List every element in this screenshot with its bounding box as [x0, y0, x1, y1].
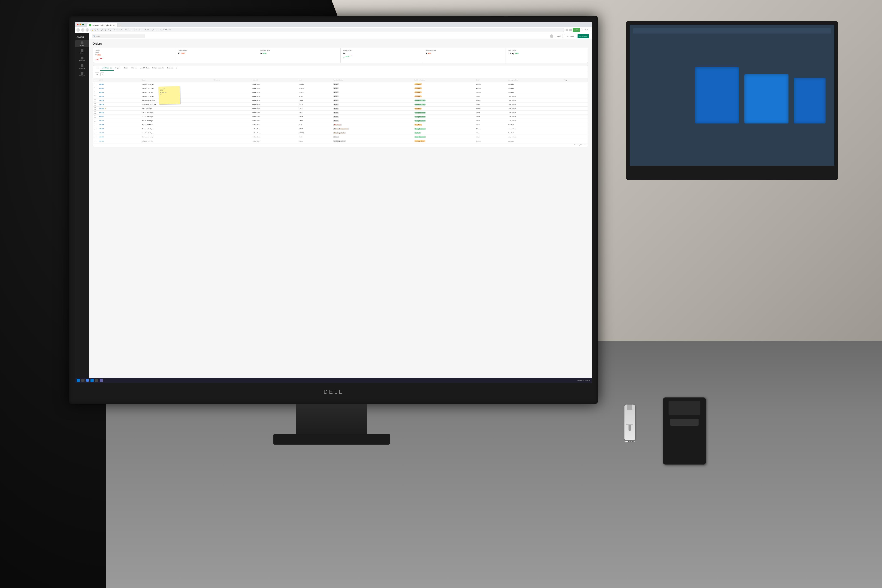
order-id-cell[interactable]: #26960	[98, 127, 140, 131]
order-link[interactable]: #30228	[99, 104, 104, 105]
order-id-cell[interactable]: #30253	[98, 99, 140, 102]
export-button[interactable]: Export	[555, 34, 563, 38]
taskbar-search-icon[interactable]	[81, 379, 84, 382]
table-row[interactable]: #26960 Dec 16 at 3:21 pm Online Store $7…	[93, 127, 588, 131]
close-button[interactable]	[77, 24, 78, 26]
taskbar-start-icon[interactable]	[77, 379, 80, 382]
order-id-cell[interactable]: #29436	[98, 111, 140, 115]
taskbar-chrome-icon[interactable]	[86, 379, 89, 382]
row-checkbox[interactable]	[94, 120, 96, 122]
select-all-checkbox[interactable]	[94, 79, 96, 81]
col-customer[interactable]: Customer	[212, 78, 251, 82]
tab-all[interactable]: All	[95, 66, 100, 70]
col-fulfillment[interactable]: Fulfillment status	[413, 78, 474, 82]
select-all-header[interactable]	[93, 78, 98, 82]
col-total[interactable]: Total	[297, 78, 332, 82]
tab-return-requests[interactable]: Return requests	[151, 66, 165, 70]
sidebar-item-shipping[interactable]: Shipping	[75, 63, 89, 70]
row-checkbox[interactable]	[94, 99, 96, 102]
stat-today-label[interactable]: Today ▾	[95, 50, 173, 51]
row-checkbox[interactable]	[94, 95, 96, 98]
table-row[interactable]: #30323 Today at 12:08 pm Online Store $1…	[93, 82, 588, 86]
more-actions-button[interactable]: More actions	[564, 34, 576, 38]
order-id-cell[interactable]: #23695	[98, 135, 140, 139]
filter-button[interactable]: ⊟	[95, 72, 99, 76]
order-id-cell[interactable]: #28295	[98, 123, 140, 127]
taskbar-mail-icon[interactable]	[95, 379, 98, 382]
tab-unfulfilled[interactable]: Unfulfilled ▾	[100, 66, 114, 70]
order-id-cell[interactable]: #29097	[98, 115, 140, 119]
order-id-cell[interactable]: #30228	[98, 102, 140, 106]
order-link[interactable]: #29097	[99, 116, 104, 117]
sidebar-item-orders[interactable]: Orders	[75, 48, 89, 55]
sidebar-item-analytics[interactable]: Analytics	[75, 71, 89, 78]
order-link[interactable]: #30323	[99, 84, 104, 85]
col-tags[interactable]: Tags	[563, 78, 588, 82]
order-link[interactable]: #26960	[99, 128, 104, 130]
tab-open[interactable]: Open	[122, 66, 130, 70]
table-row[interactable]: #28477 Jan 30 at 3:04 pm Online Store $4…	[93, 119, 588, 123]
update-button[interactable]: Update	[573, 28, 580, 32]
table-row[interactable]: #28295 Jan 24 at 9:51 am Online Store $0…	[93, 123, 588, 127]
forward-button[interactable]: ›	[81, 28, 84, 32]
refresh-button[interactable]: ↻	[86, 28, 89, 32]
row-checkbox[interactable]	[94, 104, 96, 105]
bookmark-icon[interactable]	[569, 28, 572, 32]
order-link[interactable]: #30199	[99, 108, 104, 110]
maximize-button[interactable]	[82, 24, 84, 26]
create-order-button[interactable]: Create order	[578, 34, 589, 38]
order-id-cell[interactable]: #22790	[98, 139, 140, 143]
sort-button[interactable]: ↕	[100, 72, 104, 76]
row-checkbox[interactable]	[94, 108, 96, 110]
row-checkbox[interactable]	[94, 116, 96, 118]
order-link[interactable]: #28477	[99, 120, 104, 122]
order-link[interactable]: #25498	[99, 132, 104, 134]
tab-local-pickup[interactable]: Local Pickup	[138, 66, 151, 70]
order-link[interactable]: #22790	[99, 140, 104, 142]
user-name-display[interactable]: Alexandra Facil	[581, 29, 590, 31]
col-delivery[interactable]: Delivery method	[507, 78, 563, 82]
order-id-cell[interactable]: #30322	[98, 86, 140, 90]
col-date[interactable]: Date ↑	[140, 78, 212, 82]
back-button[interactable]: ‹	[76, 28, 80, 32]
table-row[interactable]: #23695 Sep 1 at 1:02 pm Online Store $0.…	[93, 135, 588, 139]
sidebar-item-products[interactable]: Products	[75, 56, 89, 63]
col-order[interactable]: Order	[98, 78, 140, 82]
order-id-cell[interactable]: #30297	[98, 94, 140, 99]
row-checkbox[interactable]	[94, 91, 96, 93]
row-checkbox[interactable]	[94, 136, 96, 138]
row-checkbox[interactable]	[94, 111, 96, 114]
order-link[interactable]: #29436	[99, 112, 104, 113]
row-checkbox[interactable]	[94, 87, 96, 89]
table-row[interactable]: #25498 Nov 20 at 7:01 pm Online Store $1…	[93, 131, 588, 135]
row-checkbox[interactable]	[94, 140, 96, 142]
search-bar[interactable]: 🔍 Search	[92, 34, 145, 38]
order-id-cell[interactable]: #30321	[98, 90, 140, 94]
order-id-cell[interactable]: #30323	[98, 82, 140, 86]
col-payment[interactable]: Payment status	[332, 78, 413, 82]
tab-closed[interactable]: Closed	[130, 66, 138, 70]
minimize-button[interactable]	[80, 24, 81, 26]
row-checkbox[interactable]	[94, 132, 96, 134]
order-link[interactable]: #23695	[99, 136, 104, 138]
table-row[interactable]: #29097 Feb 16 at 8:59 pm Online Store $3…	[93, 115, 588, 119]
taskbar-teams-icon[interactable]	[100, 379, 103, 382]
col-channel[interactable]: Channel	[251, 78, 297, 82]
order-link[interactable]: #30253	[99, 100, 104, 101]
table-row[interactable]: #29436 Mar 12 at 1:24 pm Online Store $4…	[93, 111, 588, 115]
col-items[interactable]: Items	[474, 78, 507, 82]
address-bar[interactable]: 🔒 https://www.pilgrimjewellery.ca/admin/…	[90, 28, 564, 32]
order-id-cell[interactable]: #30199 📝	[98, 106, 140, 111]
table-row[interactable]: #22790 Jul 13 at 5:08 pm Online Store $9…	[93, 139, 588, 143]
new-tab-button[interactable]: +	[118, 24, 122, 27]
row-checkbox[interactable]	[94, 128, 96, 130]
notifications-icon[interactable]	[550, 34, 554, 38]
order-link[interactable]: #30322	[99, 87, 104, 89]
order-link[interactable]: #28295	[99, 124, 104, 126]
row-checkbox[interactable]	[94, 83, 96, 85]
order-id-cell[interactable]: #25498	[98, 131, 140, 135]
taskbar-explorer-icon[interactable]	[90, 379, 94, 382]
order-link[interactable]: #30321	[99, 92, 104, 93]
active-tab[interactable]: PILGRIM - Orders - Shopify Plus	[87, 23, 117, 27]
table-row[interactable]: #30199 📝 Apr 9 at 9:56 pm Online Store $…	[93, 106, 588, 111]
